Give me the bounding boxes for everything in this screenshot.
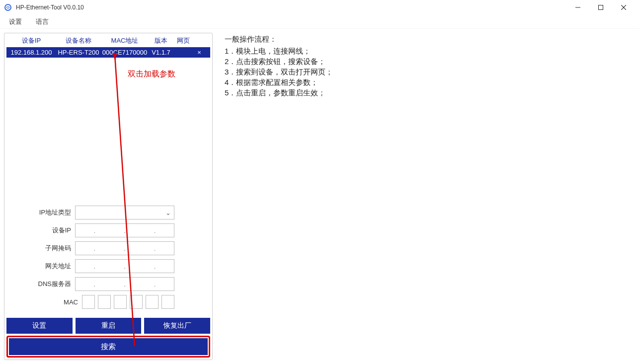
instructions-heading: 一般操作流程： (225, 35, 635, 44)
chevron-down-icon: ⌄ (165, 209, 171, 217)
label-device-ip: 设备IP (15, 226, 75, 235)
search-button[interactable]: 搜索 (9, 338, 208, 355)
th-ip: 设备IP (6, 36, 56, 45)
svg-rect-2 (599, 5, 603, 10)
minimize-button[interactable] (566, 0, 589, 15)
annotation-text: 双击加载参数 (128, 69, 175, 79)
mac-octet[interactable] (98, 295, 111, 309)
network-form: IP地址类型 ⌄ 设备IP ... 子网掩码 ... 网关地址 ... DNS服… (6, 202, 210, 313)
td-ip: 192.168.1.200 (6, 49, 56, 56)
instruction-step: 3．搜索到设备，双击打开网页； (225, 67, 635, 77)
mac-octet[interactable] (130, 295, 143, 309)
title-bar: HP-Ethernet-Tool V0.0.10 (0, 0, 639, 15)
restart-button[interactable]: 重启 (76, 318, 142, 334)
set-button[interactable]: 设置 (6, 318, 73, 334)
svg-point-0 (5, 4, 11, 10)
menu-language[interactable]: 语言 (31, 15, 54, 28)
instruction-step: 4．根据需求配置相关参数； (225, 77, 635, 88)
row-delete-icon[interactable]: × (193, 49, 205, 56)
input-device-ip[interactable]: ... (75, 223, 174, 237)
mac-octet[interactable] (114, 295, 127, 309)
select-ip-type[interactable]: ⌄ (75, 206, 174, 219)
app-logo-icon (4, 3, 12, 11)
instructions-panel: 一般操作流程： 1．模块上电，连接网线； 2．点击搜索按钮，搜索设备； 3．搜索… (225, 33, 635, 360)
table-header: 设备IP 设备名称 MAC地址 版本 网页 (6, 35, 210, 46)
instruction-step: 5．点击重启，参数重启生效； (225, 88, 635, 98)
input-mac (82, 295, 174, 309)
label-subnet: 子网掩码 (15, 244, 75, 253)
th-mac: MAC地址 (101, 36, 149, 45)
mac-octet[interactable] (82, 295, 95, 309)
search-highlight: 搜索 (6, 336, 210, 358)
input-dns[interactable]: ... (75, 277, 174, 291)
mac-octet[interactable] (161, 295, 174, 309)
mac-octet[interactable] (146, 295, 159, 309)
label-ip-type: IP地址类型 (15, 208, 75, 217)
factory-button[interactable]: 恢复出厂 (144, 318, 210, 334)
instructions-list: 1．模块上电，连接网线； 2．点击搜索按钮，搜索设备； 3．搜索到设备，双击打开… (225, 46, 635, 98)
maximize-button[interactable] (589, 0, 612, 15)
label-dns: DNS服务器 (15, 280, 75, 289)
th-name: 设备名称 (56, 36, 101, 45)
input-subnet[interactable]: ... (75, 241, 174, 255)
td-mac: 000CE7170000 (101, 49, 149, 56)
device-table: 设备IP 设备名称 MAC地址 版本 网页 192.168.1.200 HP-E… (6, 35, 210, 58)
td-name: HP-ERS-T200 (56, 49, 101, 56)
menu-bar: 设置 语言 (0, 15, 639, 29)
device-row[interactable]: 192.168.1.200 HP-ERS-T200 000CE7170000 V… (6, 47, 210, 58)
left-panel: 设备IP 设备名称 MAC地址 版本 网页 192.168.1.200 HP-E… (4, 33, 213, 360)
input-gateway[interactable]: ... (75, 259, 174, 273)
instruction-step: 1．模块上电，连接网线； (225, 46, 635, 57)
th-web: 网页 (173, 36, 193, 45)
menu-settings[interactable]: 设置 (4, 15, 27, 28)
label-gateway: 网关地址 (15, 262, 75, 271)
window-title: HP-Ethernet-Tool V0.0.10 (16, 4, 84, 11)
instruction-step: 2．点击搜索按钮，搜索设备； (225, 57, 635, 67)
td-ver: V1.1.7 (149, 49, 173, 56)
close-button[interactable] (612, 0, 635, 15)
label-mac: MAC (22, 298, 82, 306)
th-ver: 版本 (149, 36, 173, 45)
